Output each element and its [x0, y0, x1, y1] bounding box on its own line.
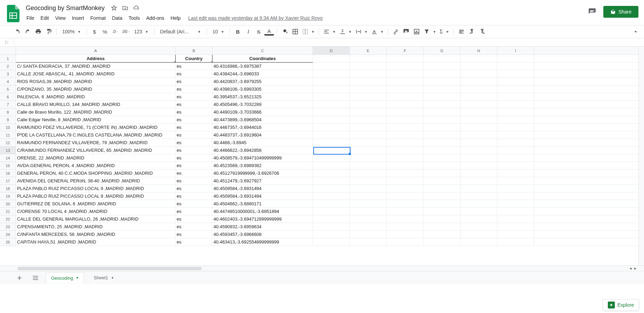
cell[interactable]: 40.4483737,-3.6919604 [212, 131, 313, 139]
cell[interactable] [387, 116, 424, 124]
cell[interactable] [387, 124, 424, 131]
cell[interactable] [424, 63, 460, 70]
cell[interactable] [460, 147, 497, 154]
functions-dropdown[interactable]: Σ▼ [438, 27, 450, 36]
cell[interactable]: es [176, 154, 212, 162]
cell[interactable] [313, 208, 350, 215]
cell[interactable] [424, 162, 460, 170]
cell[interactable]: AVENIDA DEL GENERAL PERóN, 38-40 ,MADRID… [16, 177, 176, 185]
cell[interactable] [460, 131, 497, 139]
cell[interactable] [313, 116, 350, 124]
comments-button[interactable] [586, 6, 598, 18]
cell[interactable] [313, 85, 350, 93]
row-header[interactable]: 25 [0, 238, 16, 246]
cell[interactable] [313, 108, 350, 116]
cell[interactable] [497, 63, 534, 70]
cell[interactable] [387, 185, 424, 192]
cell[interactable] [424, 139, 460, 147]
cell[interactable] [387, 70, 424, 78]
merge-cells-dropdown[interactable]: ▼ [301, 27, 316, 36]
cell[interactable]: es [176, 108, 212, 116]
italic-button[interactable]: I [243, 27, 253, 36]
cell[interactable]: 40.3954537,-3.6521325 [212, 93, 313, 101]
cell[interactable] [350, 215, 387, 223]
cell[interactable]: 40.4466622,-3.6942858 [212, 147, 313, 154]
cell[interactable] [387, 200, 424, 208]
row-header[interactable]: 2 [0, 63, 16, 70]
cell[interactable] [460, 231, 497, 238]
cell[interactable] [460, 108, 497, 116]
cell[interactable] [350, 124, 387, 131]
menu-insert[interactable]: Insert [69, 14, 87, 22]
cell[interactable]: es [176, 101, 212, 108]
text-color-button[interactable]: A [264, 28, 274, 35]
cell[interactable] [424, 108, 460, 116]
zoom-dropdown[interactable]: 100%▼ [59, 27, 84, 36]
undo-button[interactable] [13, 27, 22, 36]
cell[interactable] [460, 238, 497, 246]
cell[interactable] [313, 177, 350, 185]
cell[interactable] [424, 131, 460, 139]
formula-input[interactable] [14, 38, 644, 46]
cell[interactable]: es [176, 131, 212, 139]
cell[interactable]: 40.4504662,-3.6880171 [212, 200, 313, 208]
cell[interactable] [350, 70, 387, 78]
cell[interactable]: CALLE JOSE ABASCAL, 41 ,MADRID ,MADRID [16, 70, 176, 78]
cell[interactable] [460, 116, 497, 124]
cell[interactable] [350, 238, 387, 246]
cell[interactable] [497, 215, 534, 223]
cell[interactable] [387, 139, 424, 147]
cell[interactable] [350, 147, 387, 154]
cell[interactable] [313, 55, 350, 63]
cloud-status-icon[interactable] [133, 5, 139, 11]
cell[interactable] [460, 101, 497, 108]
collapse-toolbar-button[interactable] [631, 27, 641, 36]
cell[interactable] [387, 101, 424, 108]
cell[interactable] [497, 93, 534, 101]
share-button[interactable]: Share [603, 6, 638, 18]
fill-color-button[interactable] [280, 27, 290, 36]
cell[interactable]: PºDE LA CASTELLANA,79 C.INGLES CASTELANA… [16, 131, 176, 139]
redo-button[interactable] [23, 27, 33, 36]
cell[interactable] [313, 139, 350, 147]
cell[interactable] [424, 200, 460, 208]
row-header[interactable]: 11 [0, 131, 16, 139]
ltr-button[interactable] [467, 27, 477, 36]
cell[interactable] [460, 215, 497, 223]
sheets-logo-icon[interactable] [7, 5, 19, 22]
cell[interactable] [424, 154, 460, 162]
cell[interactable]: es [176, 85, 212, 93]
cell[interactable] [497, 78, 534, 85]
column-header-c[interactable]: C [212, 47, 313, 55]
cell[interactable] [387, 215, 424, 223]
cell[interactable] [313, 124, 350, 131]
cell[interactable] [497, 162, 534, 170]
cell[interactable]: es [176, 231, 212, 238]
paint-format-button[interactable] [44, 27, 54, 36]
cell[interactable] [460, 55, 497, 63]
row-header[interactable]: 21 [0, 208, 16, 215]
cell[interactable] [424, 238, 460, 246]
cell[interactable] [387, 55, 424, 63]
menu-file[interactable]: File [24, 14, 37, 22]
column-header-i[interactable]: I [497, 47, 534, 55]
cell[interactable] [350, 78, 387, 85]
cell[interactable]: 40.4593457,-3.6966608 [212, 231, 313, 238]
insert-chart-button[interactable] [412, 27, 421, 36]
row-header[interactable]: 6 [0, 93, 16, 101]
cell[interactable]: es [176, 200, 212, 208]
cell[interactable] [424, 215, 460, 223]
cell[interactable] [460, 139, 497, 147]
bold-button[interactable]: B [233, 27, 243, 36]
row-header[interactable]: 1 [0, 55, 16, 63]
row-header[interactable]: 17 [0, 177, 16, 185]
cell[interactable] [424, 124, 460, 131]
insert-link-button[interactable] [391, 27, 401, 36]
cell[interactable] [350, 131, 387, 139]
cell[interactable] [460, 208, 497, 215]
cell[interactable]: es [176, 147, 212, 154]
cell[interactable] [497, 70, 534, 78]
cell[interactable] [497, 200, 534, 208]
rtl-button[interactable] [477, 27, 487, 36]
cell[interactable] [387, 170, 424, 177]
